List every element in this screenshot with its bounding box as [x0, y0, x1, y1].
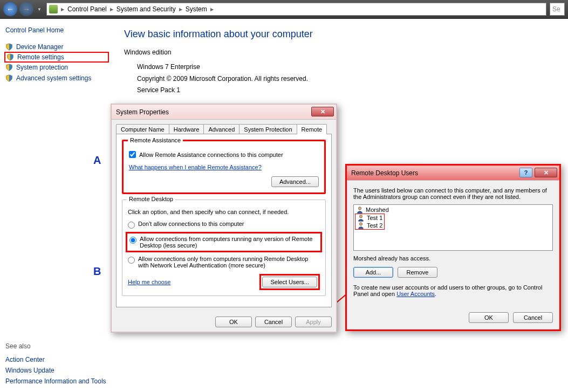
help-button[interactable]: ?: [519, 168, 532, 177]
dialog-body: The users listed below can connect to th…: [347, 181, 559, 329]
search-placeholder: Se: [552, 5, 560, 13]
sidebar-item-system-protection[interactable]: System protection: [5, 62, 108, 73]
path-sep: ▶: [109, 7, 114, 12]
ok-button[interactable]: OK: [215, 317, 252, 327]
footer-text-1: To create new user accounts or add users…: [353, 284, 542, 297]
see-also-header: See also: [5, 342, 113, 350]
remote-assistance-group: Remote Assistance Allow Remote Assistanc…: [122, 140, 326, 194]
group-label: Remote Assistance: [128, 137, 183, 143]
edition-line: Windows 7 Enterprise: [137, 61, 557, 73]
radio-label: Don't allow connections to this computer: [138, 221, 244, 227]
add-button[interactable]: Add...: [353, 267, 393, 278]
servicepack-line: Service Pack 1: [137, 85, 557, 97]
svg-point-1: [359, 215, 362, 218]
rdu-description: The users listed below can connect to th…: [353, 187, 553, 200]
allow-remote-assistance-checkbox[interactable]: Allow Remote Assistance connections to t…: [129, 151, 319, 158]
breadcrumb-segment[interactable]: System: [183, 5, 209, 13]
group-label: Remote Desktop: [127, 196, 175, 202]
dialog-titlebar[interactable]: System Properties ✕: [112, 105, 336, 120]
path-sep: ▶: [209, 7, 215, 12]
see-also-windows-update[interactable]: Windows Update: [5, 365, 113, 376]
select-users-button[interactable]: Select Users...: [262, 277, 317, 287]
page-title: View basic information about your comput…: [124, 29, 557, 40]
users-listbox[interactable]: Morshed Test 1 Test 2: [353, 204, 553, 251]
svg-point-2: [359, 223, 362, 225]
radio-input[interactable]: [128, 222, 135, 229]
cancel-button[interactable]: Cancel: [513, 312, 553, 323]
breadcrumb-segment[interactable]: Control Panel: [65, 5, 109, 13]
shield-icon: [5, 64, 13, 71]
radio-input[interactable]: [129, 237, 136, 244]
sidebar-home-link[interactable]: Control Panel Home: [5, 26, 108, 34]
explorer-toolbar: ← → ▼ ▶ Control Panel ▶ System and Secur…: [0, 0, 568, 19]
user-list-item[interactable]: Morshed: [355, 206, 551, 214]
tab-advanced[interactable]: Advanced: [203, 124, 239, 134]
user-name: Test 2: [367, 222, 382, 229]
tab-remote[interactable]: Remote: [297, 124, 327, 134]
radio-label: Allow connections only from computers ru…: [138, 256, 320, 269]
sidebar-item-device-manager[interactable]: Device Manager: [5, 42, 108, 52]
sidebar-label: Device Manager: [16, 43, 63, 51]
access-text: Morshed already has access.: [353, 255, 553, 262]
ok-button[interactable]: OK: [469, 312, 509, 323]
tab-hardware[interactable]: Hardware: [169, 124, 204, 134]
advanced-button[interactable]: Advanced...: [271, 176, 319, 187]
close-button[interactable]: ✕: [311, 107, 334, 116]
annotation-a: A: [93, 154, 101, 167]
radio-input[interactable]: [128, 257, 135, 264]
breadcrumb-segment[interactable]: System and Security: [114, 5, 178, 13]
user-icon: [357, 222, 365, 229]
see-also-panel: See also Action Center Windows Update Pe…: [5, 342, 113, 387]
apply-button[interactable]: Apply: [295, 317, 332, 327]
tab-strip: Computer Name Hardware Advanced System P…: [112, 120, 336, 134]
user-list-item[interactable]: Test 1: [356, 214, 384, 222]
sidebar-item-remote-settings[interactable]: Remote settings: [4, 52, 109, 63]
user-list-item[interactable]: Test 2: [356, 222, 384, 229]
footer-text: To create new user accounts or add users…: [353, 284, 553, 297]
rd-desc: Click an option, and then specify who ca…: [128, 209, 320, 215]
shield-icon: [5, 74, 13, 82]
copyright-line: Copyright © 2009 Microsoft Corporation. …: [137, 73, 557, 85]
shield-icon: [5, 43, 13, 51]
user-name: Test 1: [367, 214, 382, 222]
control-panel-icon: [49, 5, 58, 13]
address-bar[interactable]: ▶ Control Panel ▶ System and Security ▶ …: [46, 3, 546, 16]
sidebar-label: Remote settings: [17, 53, 64, 61]
checkbox-label: Allow Remote Assistance connections to t…: [139, 152, 283, 158]
user-accounts-link[interactable]: User Accounts: [396, 291, 435, 297]
user-icon: [356, 206, 364, 214]
checkbox-input[interactable]: [129, 151, 136, 158]
search-box[interactable]: Se: [550, 3, 565, 16]
user-name: Morshed: [366, 206, 389, 214]
tab-system-protection[interactable]: System Protection: [239, 124, 297, 134]
rd-option-any-version[interactable]: Allow connections from computers running…: [126, 232, 322, 252]
see-also-performance-info[interactable]: Performance Information and Tools: [5, 376, 113, 387]
user-icon: [357, 214, 365, 222]
dialog-titlebar[interactable]: Remote Desktop Users ? ✕: [347, 166, 559, 181]
annotation-b: B: [93, 265, 101, 278]
nav-history-dropdown[interactable]: ▼: [36, 7, 43, 12]
back-button[interactable]: ←: [3, 2, 17, 16]
dialog-title: System Properties: [116, 108, 169, 116]
remove-button[interactable]: Remove: [398, 267, 437, 278]
svg-point-0: [358, 207, 361, 210]
cancel-button[interactable]: Cancel: [255, 317, 292, 327]
path-sep: ▶: [178, 7, 183, 12]
sidebar: Control Panel Home Device Manager Remote…: [0, 19, 113, 392]
path-sep: ▶: [60, 7, 65, 12]
rd-option-nla[interactable]: Allow connections only from computers ru…: [128, 256, 320, 269]
dialog-title: Remote Desktop Users: [351, 169, 418, 177]
radio-label: Allow connections from computers running…: [140, 236, 318, 249]
remote-assistance-help-link[interactable]: What happens when I enable Remote Assist…: [129, 164, 262, 170]
sidebar-item-advanced-settings[interactable]: Advanced system settings: [5, 73, 108, 84]
forward-button[interactable]: →: [19, 2, 33, 16]
sidebar-label: Advanced system settings: [16, 74, 91, 82]
close-button[interactable]: ✕: [535, 168, 557, 177]
rd-option-disallow[interactable]: Don't allow connections to this computer: [128, 221, 320, 229]
tab-computer-name[interactable]: Computer Name: [116, 124, 169, 134]
sidebar-label: System protection: [16, 64, 68, 71]
help-me-choose-link[interactable]: Help me choose: [128, 279, 171, 285]
section-header: Windows edition: [124, 49, 557, 56]
tab-body: Remote Assistance Allow Remote Assistanc…: [116, 134, 332, 307]
see-also-action-center[interactable]: Action Center: [5, 354, 113, 365]
